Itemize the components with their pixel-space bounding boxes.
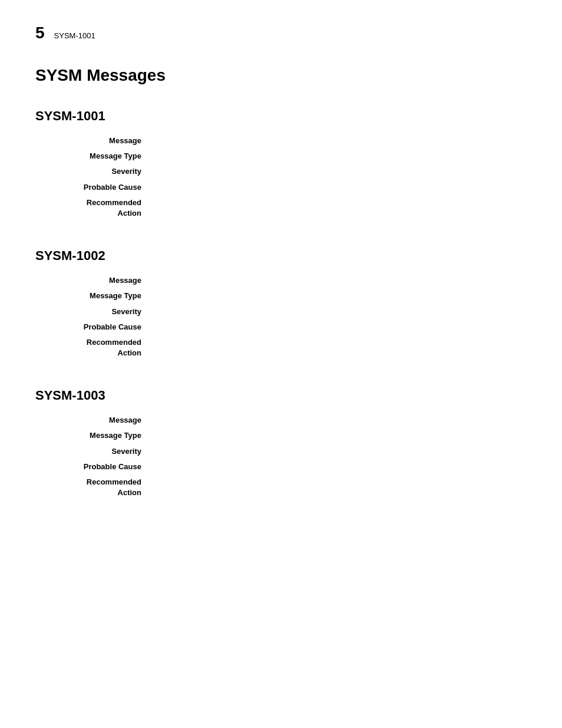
- message-id-SYSM-1003: SYSM-1003: [35, 388, 527, 403]
- field-value-SYSM-1003-recommended-action: [153, 477, 527, 498]
- field-row-SYSM-1003-recommended-action: RecommendedAction: [35, 477, 527, 498]
- field-value-SYSM-1003-message-type: [153, 430, 527, 441]
- field-label-SYSM-1002-severity: Severity: [35, 307, 153, 317]
- field-row-SYSM-1003-severity: Severity: [35, 446, 527, 457]
- field-value-SYSM-1002-message-type: [153, 291, 527, 301]
- sections-container: SYSM-1001MessageMessage TypeSeverityProb…: [35, 108, 527, 498]
- field-row-SYSM-1001-message-type: Message Type: [35, 151, 527, 162]
- field-value-SYSM-1002-message: [153, 275, 527, 286]
- field-label-SYSM-1002-message-type: Message Type: [35, 291, 153, 301]
- field-value-SYSM-1003-probable-cause: [153, 462, 527, 472]
- field-row-SYSM-1001-severity: Severity: [35, 166, 527, 177]
- field-row-SYSM-1002-recommended-action: RecommendedAction: [35, 337, 527, 358]
- field-value-SYSM-1001-message: [153, 136, 527, 146]
- field-row-SYSM-1003-probable-cause: Probable Cause: [35, 462, 527, 472]
- page-number: 5: [35, 24, 45, 42]
- field-value-SYSM-1002-probable-cause: [153, 322, 527, 332]
- message-id-SYSM-1002: SYSM-1002: [35, 248, 527, 263]
- page-header-title: SYSM-1001: [54, 31, 95, 40]
- field-row-SYSM-1001-recommended-action: RecommendedAction: [35, 197, 527, 219]
- message-section-SYSM-1001: SYSM-1001MessageMessage TypeSeverityProb…: [35, 108, 527, 219]
- field-label-SYSM-1003-probable-cause: Probable Cause: [35, 462, 153, 472]
- field-row-SYSM-1002-severity: Severity: [35, 307, 527, 317]
- field-label-SYSM-1001-message-type: Message Type: [35, 151, 153, 162]
- field-label-SYSM-1003-severity: Severity: [35, 446, 153, 457]
- field-row-SYSM-1002-message-type: Message Type: [35, 291, 527, 301]
- field-label-SYSM-1001-recommended-action: RecommendedAction: [35, 197, 153, 219]
- field-value-SYSM-1002-recommended-action: [153, 337, 527, 358]
- chapter-title: SYSM Messages: [35, 66, 527, 85]
- field-value-SYSM-1001-severity: [153, 166, 527, 177]
- field-row-SYSM-1001-probable-cause: Probable Cause: [35, 182, 527, 193]
- field-label-SYSM-1002-probable-cause: Probable Cause: [35, 322, 153, 332]
- field-label-SYSM-1003-recommended-action: RecommendedAction: [35, 477, 153, 498]
- message-section-SYSM-1002: SYSM-1002MessageMessage TypeSeverityProb…: [35, 248, 527, 358]
- field-value-SYSM-1003-severity: [153, 446, 527, 457]
- message-section-SYSM-1003: SYSM-1003MessageMessage TypeSeverityProb…: [35, 388, 527, 498]
- field-value-SYSM-1001-probable-cause: [153, 182, 527, 193]
- field-value-SYSM-1001-recommended-action: [153, 197, 527, 219]
- field-value-SYSM-1001-message-type: [153, 151, 527, 162]
- field-row-SYSM-1002-probable-cause: Probable Cause: [35, 322, 527, 332]
- field-row-SYSM-1003-message: Message: [35, 415, 527, 426]
- field-value-SYSM-1002-severity: [153, 307, 527, 317]
- message-id-SYSM-1001: SYSM-1001: [35, 108, 527, 124]
- field-label-SYSM-1001-probable-cause: Probable Cause: [35, 182, 153, 193]
- field-row-SYSM-1003-message-type: Message Type: [35, 430, 527, 441]
- page-header: 5 SYSM-1001: [35, 24, 527, 42]
- field-label-SYSM-1001-severity: Severity: [35, 166, 153, 177]
- field-row-SYSM-1002-message: Message: [35, 275, 527, 286]
- field-label-SYSM-1003-message-type: Message Type: [35, 430, 153, 441]
- field-row-SYSM-1001-message: Message: [35, 136, 527, 146]
- field-label-SYSM-1001-message: Message: [35, 136, 153, 146]
- field-value-SYSM-1003-message: [153, 415, 527, 426]
- field-label-SYSM-1002-recommended-action: RecommendedAction: [35, 337, 153, 358]
- field-label-SYSM-1002-message: Message: [35, 275, 153, 286]
- field-label-SYSM-1003-message: Message: [35, 415, 153, 426]
